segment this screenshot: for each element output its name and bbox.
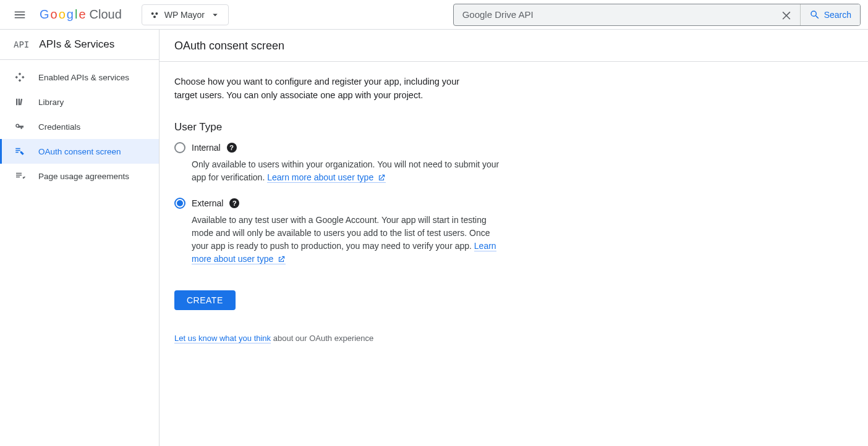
internal-description: Only available to users within your orga… bbox=[192, 158, 507, 184]
sidebar-item-enabled-apis[interactable]: Enabled APIs & services bbox=[0, 65, 159, 90]
sidebar-item-label: Credentials bbox=[38, 122, 80, 132]
sidebar-nav: Enabled APIs & services Library Credenti… bbox=[0, 60, 159, 188]
radio-internal[interactable] bbox=[174, 142, 185, 153]
project-selector[interactable]: WP Mayor bbox=[142, 4, 229, 25]
consent-icon bbox=[14, 146, 26, 157]
project-name: WP Mayor bbox=[164, 10, 205, 20]
help-icon[interactable]: ? bbox=[227, 143, 237, 153]
api-badge: API bbox=[14, 40, 29, 49]
search-icon bbox=[809, 9, 820, 20]
content: OAuth consent screen Choose how you want… bbox=[160, 30, 868, 446]
search-button-label: Search bbox=[824, 10, 851, 20]
feedback-suffix: about our OAuth experience bbox=[271, 334, 373, 343]
user-type-option-internal[interactable]: Internal ? bbox=[174, 142, 664, 153]
external-desc-text: Available to any test user with a Google… bbox=[192, 215, 490, 251]
sidebar-item-page-usage[interactable]: Page usage agreements bbox=[0, 164, 159, 188]
external-link-icon bbox=[277, 255, 286, 264]
sidebar-item-label: Library bbox=[38, 98, 64, 107]
sidebar-item-library[interactable]: Library bbox=[0, 90, 159, 114]
sidebar-item-label: Enabled APIs & services bbox=[38, 73, 129, 82]
external-link-icon bbox=[377, 174, 386, 182]
radio-internal-label: Internal bbox=[192, 143, 221, 153]
intro-text: Choose how you want to configure and reg… bbox=[174, 75, 483, 103]
agreement-icon bbox=[14, 170, 26, 182]
svg-point-1 bbox=[155, 12, 158, 15]
user-type-option-external[interactable]: External ? bbox=[174, 198, 664, 209]
sidebar-item-credentials[interactable]: Credentials bbox=[0, 114, 159, 139]
page-title: OAuth consent screen bbox=[160, 30, 868, 62]
topbar: Google Cloud WP Mayor Search bbox=[0, 0, 868, 30]
main-menu-button[interactable] bbox=[7, 2, 32, 27]
svg-point-2 bbox=[153, 15, 156, 18]
sidebar-item-oauth-consent[interactable]: OAuth consent screen bbox=[0, 139, 159, 164]
sidebar-title: APIs & Services bbox=[39, 38, 114, 51]
search-container: Search bbox=[453, 4, 861, 26]
create-button[interactable]: CREATE bbox=[174, 290, 236, 310]
search-box[interactable] bbox=[454, 4, 800, 25]
radio-external[interactable] bbox=[174, 198, 185, 209]
help-icon[interactable]: ? bbox=[229, 198, 239, 208]
search-clear-button[interactable] bbox=[780, 9, 793, 21]
svg-point-0 bbox=[151, 12, 153, 15]
feedback-link[interactable]: Let us know what you think bbox=[174, 334, 271, 343]
radio-external-label: External bbox=[192, 198, 223, 208]
feedback-line: Let us know what you think about our OAu… bbox=[174, 334, 664, 343]
user-type-heading: User Type bbox=[174, 121, 664, 133]
chevron-down-icon bbox=[210, 9, 221, 20]
close-icon bbox=[780, 9, 793, 21]
sidebar: API APIs & Services Enabled APIs & servi… bbox=[0, 30, 160, 446]
content-body: Choose how you want to configure and reg… bbox=[160, 62, 679, 356]
sidebar-item-label: Page usage agreements bbox=[38, 172, 129, 181]
sidebar-header[interactable]: API APIs & Services bbox=[0, 30, 159, 60]
page-body: API APIs & Services Enabled APIs & servi… bbox=[0, 30, 868, 446]
google-cloud-logo[interactable]: Google Cloud bbox=[40, 7, 122, 22]
learn-more-internal-link[interactable]: Learn more about user type bbox=[267, 172, 386, 183]
diamond-icon bbox=[14, 72, 26, 83]
learn-more-label: Learn more about user type bbox=[267, 172, 373, 182]
project-icon bbox=[150, 10, 160, 20]
search-input[interactable] bbox=[461, 9, 775, 20]
library-icon bbox=[14, 96, 26, 107]
sidebar-item-label: OAuth consent screen bbox=[38, 147, 121, 156]
hamburger-icon bbox=[13, 8, 27, 22]
key-icon bbox=[14, 121, 26, 132]
search-button[interactable]: Search bbox=[800, 4, 860, 25]
external-description: Available to any test user with a Google… bbox=[192, 214, 507, 266]
